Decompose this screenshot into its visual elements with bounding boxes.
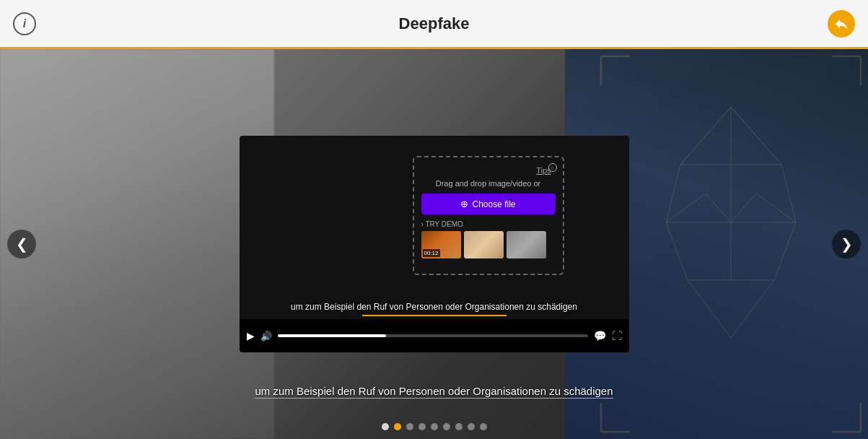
pagination-dot-6[interactable] (443, 423, 450, 430)
choose-file-button[interactable]: ⊕ Choose file (421, 194, 556, 214)
svg-line-10 (731, 280, 774, 338)
video-subtitle: um zum Beispiel den Ruf von Personen ode… (291, 302, 577, 312)
pagination-dot-1[interactable] (382, 423, 389, 430)
demo-thumbnails: 00:12 (421, 231, 556, 258)
header: i Deepfake (0, 0, 868, 49)
exit-button[interactable] (828, 10, 855, 38)
info-icon[interactable]: i (13, 12, 36, 35)
pagination-dot-4[interactable] (418, 423, 426, 430)
svg-line-17 (756, 136, 781, 165)
svg-line-14 (706, 107, 731, 136)
svg-line-6 (666, 222, 688, 280)
pagination-dot-3[interactable] (406, 423, 413, 430)
pagination-dot-2[interactable] (394, 423, 401, 430)
file-drop-zone: Tips ○ Drag and drop image/video or ⊕ Ch… (413, 156, 564, 275)
thumb-time-1: 00:12 (423, 249, 440, 257)
drag-drop-text: Drag and drop image/video or (436, 179, 541, 188)
main-subtitle: um zum Beispiel den Ruf von Personen ode… (0, 385, 868, 399)
exit-icon (833, 16, 849, 32)
pagination-dot-7[interactable] (455, 423, 463, 430)
video-controls-bar: ▶ 🔊 💬 ⛶ (240, 319, 629, 352)
try-demo-label[interactable]: › TRY DEMO (421, 220, 556, 228)
svg-line-20 (706, 194, 731, 222)
video-player: Tips ○ Drag and drop image/video or ⊕ Ch… (240, 136, 629, 352)
svg-line-15 (731, 107, 756, 136)
demo-thumb-2[interactable] (464, 231, 504, 258)
page-title: Deepfake (399, 14, 470, 33)
pagination-dot-8[interactable] (468, 423, 475, 430)
play-button[interactable]: ▶ (247, 330, 255, 342)
pagination-dot-5[interactable] (431, 423, 438, 430)
nav-arrow-left[interactable]: ❮ (7, 230, 36, 258)
background: ❮ ❯ Tips ○ Drag and drop image/video or … (0, 49, 868, 439)
tips-section: Tips ○ (548, 162, 557, 172)
face-mesh-overlay (594, 49, 868, 439)
nav-arrow-right[interactable]: ❯ (832, 230, 861, 258)
svg-line-16 (680, 136, 706, 165)
pagination-dot-9[interactable] (480, 423, 487, 430)
volume-button[interactable]: 🔊 (260, 331, 272, 342)
svg-line-7 (774, 222, 796, 280)
bg-left-face (0, 49, 274, 439)
tips-link[interactable]: Tips (536, 166, 551, 175)
progress-bar[interactable] (278, 334, 588, 337)
demo-thumb-3[interactable] (507, 231, 546, 258)
pagination (0, 423, 868, 430)
svg-line-9 (688, 280, 731, 338)
demo-thumb-1[interactable]: 00:12 (421, 231, 461, 258)
try-demo-section: › TRY DEMO 00:12 (421, 220, 556, 258)
upload-icon: ⊕ (460, 199, 468, 209)
progress-fill (278, 334, 387, 337)
svg-line-21 (731, 194, 756, 222)
fullscreen-button[interactable]: ⛶ (612, 330, 622, 342)
comment-icon[interactable]: 💬 (594, 330, 606, 342)
